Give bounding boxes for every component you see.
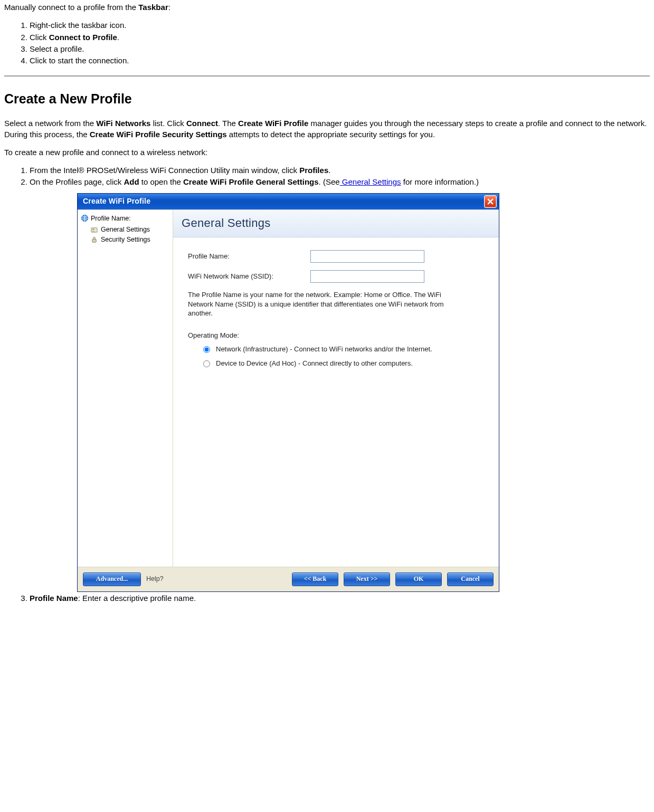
section-title: General Settings — [173, 210, 499, 238]
dialog-footer: Advanced... Help? << Back Next >> OK Can… — [78, 567, 499, 591]
list-item: Right-click the taskbar icon. — [30, 20, 650, 31]
back-button[interactable]: << Back — [292, 572, 338, 586]
ssid-input[interactable] — [310, 270, 424, 283]
divider — [4, 75, 650, 77]
tree-root-label: Profile Name: — [91, 214, 131, 223]
ssid-label: WiFi Network Name (SSID): — [188, 272, 310, 281]
create-wifi-profile-dialog: Create WiFi Profile Profile Name: — [77, 193, 499, 592]
tree-root[interactable]: Profile Name: — [81, 214, 169, 223]
list-item: On the Profiles page, click Add to open … — [30, 177, 650, 591]
intro-bold: Taskbar — [138, 3, 168, 12]
dialog-title: Create WiFi Profile — [83, 196, 150, 206]
tree-item-label: Security Settings — [101, 235, 150, 244]
globe-icon — [81, 214, 89, 222]
section-heading: Create a New Profile — [4, 91, 650, 107]
radio-infra-label: Network (Infrastructure) - Connect to Wi… — [216, 345, 432, 354]
radio-infra-input[interactable] — [203, 346, 210, 353]
create-steps-list: From the Intel® PROSet/Wireless WiFi Con… — [4, 165, 650, 604]
taskbar-steps-list: Right-click the taskbar icon. Click Conn… — [4, 20, 650, 66]
tree-item-security[interactable]: Security Settings — [81, 235, 169, 245]
tree-item-label: General Settings — [101, 225, 150, 234]
radio-adhoc-label: Device to Device (Ad Hoc) - Connect dire… — [216, 359, 413, 368]
cancel-button[interactable]: Cancel — [447, 572, 494, 586]
profile-name-label: Profile Name: — [188, 252, 310, 261]
lock-icon — [90, 236, 98, 244]
close-button[interactable] — [484, 195, 497, 208]
dialog-screenshot: Create WiFi Profile Profile Name: — [77, 193, 499, 592]
general-settings-link[interactable]: General Settings — [340, 177, 401, 186]
radio-infrastructure[interactable]: Network (Infrastructure) - Connect to Wi… — [201, 345, 475, 354]
list-item: Click to start the connection. — [30, 55, 650, 66]
tree-item-general[interactable]: General Settings — [81, 225, 169, 235]
intro-paragraph: Manually connect to a profile from the T… — [4, 2, 650, 13]
main-pane: General Settings Profile Name: WiFi Netw… — [173, 210, 499, 567]
list-item: From the Intel® PROSet/Wireless WiFi Con… — [30, 165, 650, 176]
general-icon — [90, 226, 98, 234]
nav-pane: Profile Name: General Settings — [78, 210, 173, 567]
advanced-button[interactable]: Advanced... — [83, 572, 141, 586]
list-item: Click Connect to Profile. — [30, 32, 650, 43]
svg-rect-3 — [92, 240, 97, 243]
paragraph-2: To create a new profile and connect to a… — [4, 147, 650, 158]
paragraph-1: Select a network from the WiFi Networks … — [4, 118, 650, 140]
hint-text: The Profile Name is your name for the ne… — [188, 290, 462, 318]
ok-button[interactable]: OK — [395, 572, 442, 586]
svg-point-2 — [92, 228, 94, 230]
radio-adhoc-input[interactable] — [203, 360, 210, 367]
title-bar: Create WiFi Profile — [78, 194, 499, 209]
intro-text: Manually connect to a profile from the — [4, 3, 138, 12]
list-item: Profile Name: Enter a descriptive profil… — [30, 593, 650, 604]
list-item: Select a profile. — [30, 44, 650, 54]
intro-suffix: : — [168, 3, 170, 12]
next-button[interactable]: Next >> — [344, 572, 390, 586]
radio-adhoc[interactable]: Device to Device (Ad Hoc) - Connect dire… — [201, 359, 475, 368]
profile-name-input[interactable] — [310, 250, 424, 263]
close-icon — [487, 198, 494, 205]
operating-mode-label: Operating Mode: — [188, 331, 487, 340]
help-link[interactable]: Help? — [146, 575, 164, 584]
